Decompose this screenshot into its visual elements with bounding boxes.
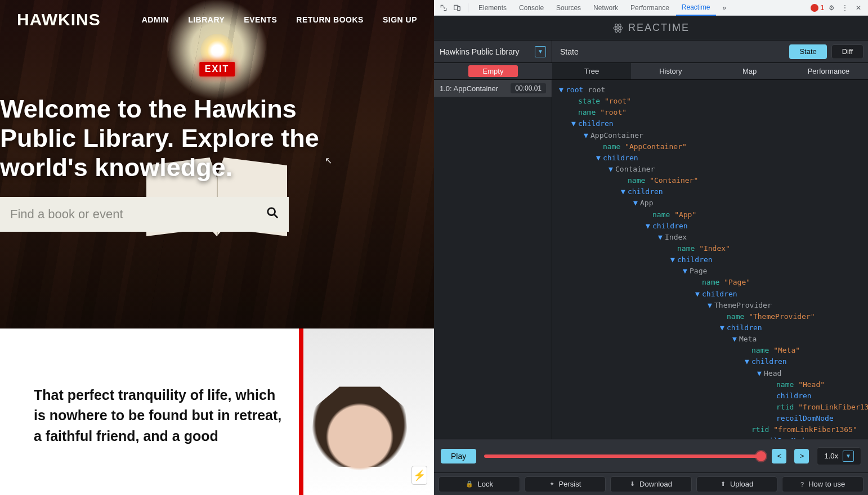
tab-network[interactable]: Network	[588, 0, 624, 16]
view-tab-performance[interactable]: Performance	[789, 63, 868, 79]
tree-row[interactable]: ▼Container	[557, 164, 868, 175]
tree-row[interactable]: name "root"	[557, 107, 868, 118]
tree-row[interactable]: ▼children	[557, 186, 868, 197]
tree-row[interactable]: name "Container"	[557, 175, 868, 186]
tree-row[interactable]: ▼Page	[557, 266, 868, 277]
search-icon[interactable]	[266, 206, 279, 222]
tree-toggle-icon[interactable]: ▼	[633, 197, 639, 209]
diff-pill[interactable]: Diff	[831, 44, 863, 59]
footer-btn-download[interactable]: ⬇Download	[610, 476, 692, 492]
nav-events[interactable]: EVENTS	[244, 15, 277, 24]
tree-toggle-icon[interactable]: ▼	[621, 186, 627, 197]
tree-toggle-icon[interactable]: ▼	[670, 254, 676, 266]
tree-row[interactable]: ▼root root	[557, 84, 868, 96]
tab-performance[interactable]: Performance	[625, 0, 675, 16]
feature-image: ⚡	[299, 328, 434, 495]
tree-row[interactable]: rtid "fromLinkFiber1365"	[557, 424, 868, 435]
close-icon[interactable]: ✕	[852, 2, 865, 14]
tree-row[interactable]: name "Page"	[557, 277, 868, 288]
tree-row[interactable]: name "Index"	[557, 243, 868, 254]
tree-toggle-icon[interactable]: ▼	[745, 356, 750, 367]
tree-row[interactable]: ▼Meta	[557, 334, 868, 345]
state-tree[interactable]: ▼root root state "root" name "root"▼chil…	[552, 80, 868, 439]
view-tab-tree[interactable]: Tree	[552, 63, 631, 79]
tree-row[interactable]: ▼Head	[557, 368, 868, 379]
tree-row[interactable]: name "AppContainer"	[557, 141, 868, 152]
play-button[interactable]: Play	[441, 449, 476, 464]
tree-row[interactable]: name "Head"	[557, 379, 868, 390]
step-forward-button[interactable]: >	[794, 449, 809, 464]
footer-btn-how-to-use[interactable]: ?How to use	[782, 476, 863, 492]
nav-admin[interactable]: ADMIN	[142, 15, 169, 24]
snapshot-row[interactable]: 1.0: AppContainer 00:00.01	[434, 80, 552, 97]
tab-overflow[interactable]: »	[717, 0, 732, 16]
tree-toggle-icon[interactable]: ▼	[720, 322, 726, 334]
view-tab-map[interactable]: Map	[710, 63, 789, 79]
tab-console[interactable]: Console	[513, 0, 549, 16]
persist-icon: ✦	[549, 480, 554, 488]
chevron-down-icon[interactable]: ▼	[535, 46, 546, 57]
error-count-badge[interactable]: 1	[811, 4, 824, 12]
tree-toggle-icon[interactable]: ▼	[559, 84, 565, 96]
nav-sign-up[interactable]: SIGN UP	[383, 15, 417, 24]
speed-selector[interactable]: 1.0x ▼	[817, 447, 861, 465]
tree-toggle-icon[interactable]: ▼	[683, 266, 688, 277]
device-toggle-icon[interactable]	[451, 2, 463, 14]
inspect-icon[interactable]	[437, 2, 450, 14]
slider-thumb[interactable]	[756, 451, 766, 461]
svg-point-0	[268, 208, 275, 215]
tree-toggle-icon[interactable]: ▼	[596, 152, 602, 164]
tree-toggle-icon[interactable]: ▼	[757, 368, 763, 379]
tree-row[interactable]: name "Meta"	[557, 345, 868, 356]
chevron-down-icon[interactable]: ▼	[843, 451, 854, 462]
tree-row[interactable]: ▼children	[557, 220, 868, 232]
view-tab-history[interactable]: History	[631, 63, 710, 79]
devtools-toolbar: Elements Console Sources Network Perform…	[434, 0, 868, 16]
tree-row[interactable]: ▼children	[557, 254, 868, 266]
tree-row[interactable]: ▼children	[557, 322, 868, 334]
tree-toggle-icon[interactable]: ▼	[571, 118, 577, 129]
tree-row[interactable]: ▼children	[557, 289, 868, 300]
tree-toggle-icon[interactable]: ▼	[609, 164, 614, 175]
search-box[interactable]	[0, 197, 289, 232]
tree-toggle-icon[interactable]: ▼	[584, 130, 589, 141]
tree-row[interactable]: ▼children	[557, 118, 868, 129]
footer-btn-lock[interactable]: 🔒Lock	[439, 476, 520, 492]
tree-row[interactable]: state "root"	[557, 96, 868, 107]
tree-row[interactable]: recoilDomNode	[557, 413, 868, 424]
tree-row[interactable]: ▼children	[557, 152, 868, 164]
footer-actions: 🔒Lock✦Persist⬇Download⬆Upload?How to use	[434, 472, 868, 495]
tree-row[interactable]: children	[557, 390, 868, 402]
tree-toggle-icon[interactable]: ▼	[732, 334, 738, 345]
tree-toggle-icon[interactable]: ▼	[646, 220, 651, 232]
footer-btn-upload[interactable]: ⬆Upload	[696, 476, 778, 492]
tab-reactime[interactable]: Reactime	[676, 0, 716, 16]
tree-toggle-icon[interactable]: ▼	[708, 300, 713, 311]
bolt-icon[interactable]: ⚡	[411, 466, 427, 485]
tree-toggle-icon[interactable]: ▼	[695, 289, 701, 300]
tree-row[interactable]: name "App"	[557, 209, 868, 220]
tree-row[interactable]: name "ThemeProvider"	[557, 311, 868, 322]
site-logo[interactable]: HAWKINS	[17, 10, 101, 29]
tree-row[interactable]: ▼App	[557, 197, 868, 209]
tree-row[interactable]: ▼ThemeProvider	[557, 300, 868, 311]
timeline-slider[interactable]	[484, 454, 764, 458]
tree-row[interactable]: ▼children	[557, 356, 868, 367]
tab-elements[interactable]: Elements	[473, 0, 512, 16]
nav-library[interactable]: LIBRARY	[188, 15, 225, 24]
state-pill[interactable]: State	[789, 44, 826, 59]
tree-row[interactable]: rtid "fromLinkFiber1365"	[557, 402, 868, 413]
kebab-menu-icon[interactable]: ⋮	[839, 2, 851, 14]
settings-icon[interactable]: ⚙	[825, 2, 838, 14]
footer-btn-persist[interactable]: ✦Persist	[525, 476, 606, 492]
step-back-button[interactable]: <	[772, 449, 786, 464]
tree-row[interactable]: ▼AppContainer	[557, 130, 868, 141]
empty-button[interactable]: Empty	[468, 65, 518, 77]
nav-return-books[interactable]: RETURN BOOKS	[296, 15, 364, 24]
lock-icon: 🔒	[466, 480, 473, 488]
tree-toggle-icon[interactable]: ▼	[658, 232, 664, 243]
search-input[interactable]	[10, 207, 266, 222]
app-selector[interactable]: Hawkins Public Library ▼	[434, 40, 552, 63]
tab-sources[interactable]: Sources	[551, 0, 587, 16]
tree-row[interactable]: ▼Index	[557, 232, 868, 243]
